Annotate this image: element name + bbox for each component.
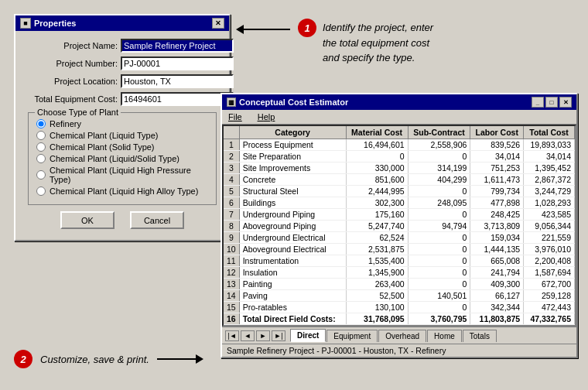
radio-chemical-high-pressure: Chemical Plant (Liquid High Pressure Typ… [36,166,208,184]
status-text: Sample Refinery Project - PJ-00001 - Hou… [227,346,446,355]
dialog-title-bar[interactable]: ■ Properties ✕ [15,15,229,31]
maximize-button[interactable]: □ [545,97,558,108]
properties-dialog: ■ Properties ✕ Project Name: Project Num… [14,14,231,241]
table-row: 11Instrumentation1,535,4000665,0082,200,… [224,255,575,267]
cce-title-text: Conceptual Cost Estimator [239,98,348,107]
total-cell: 3,760,795 [408,313,470,325]
tab-home[interactable]: Home [427,330,462,342]
table-cell: 0 [408,279,470,290]
ok-button[interactable]: OK [60,211,115,229]
menu-help[interactable]: Help [255,111,279,122]
arrow-head-right-icon [196,354,203,364]
step-1-circle: 1 [298,19,316,37]
cce-menubar: File Help [222,110,576,125]
status-bar: Sample Refinery Project - PJ-00001 - Hou… [222,344,576,357]
table-cell: 248,095 [408,197,470,209]
nav-first-button[interactable]: |◄ [225,330,239,341]
col-header-total: Total Cost [524,126,575,139]
table-cell: 423,585 [524,209,575,221]
table-cell: 263,400 [346,279,408,290]
radio-chemical-liquid-solid-input[interactable] [36,154,46,163]
table-row: 9Underground Electrical62,5240159,034221… [224,232,575,244]
project-number-row: Project Number: [25,56,220,70]
cce-close-button[interactable]: ✕ [559,97,572,108]
table-row: 1Process Equipment16,494,6012,558,906839… [224,139,575,151]
nav-next-button[interactable]: ► [256,330,270,341]
radio-chemical-liquid-input[interactable] [36,131,46,140]
table-cell: 4 [224,174,239,186]
tab-totals[interactable]: Totals [463,330,497,342]
radio-chemical-high-alloy: Chemical Plant (Liquid High Alloy Type) [36,186,208,196]
table-cell: 3,713,809 [470,221,524,232]
cce-title-bar[interactable]: ▦ Conceptual Cost Estimator _ □ ✕ [222,94,576,110]
table-cell: 7 [224,209,239,221]
menu-file[interactable]: File [225,111,245,122]
radio-chemical-high-alloy-label: Chemical Plant (Liquid High Alloy Type) [50,186,198,196]
nav-prev-button[interactable]: ◄ [241,330,255,341]
cancel-button[interactable]: Cancel [130,211,184,229]
table-cell: 2 [224,151,239,162]
table-cell: 1,395,452 [524,162,575,174]
tab-overhead[interactable]: Overhead [378,330,426,342]
table-cell: Buildings [239,197,346,209]
table-cell: 409,300 [470,279,524,290]
table-cell: 3,976,010 [524,244,575,255]
groupbox-legend: Choose Type of Plant [35,108,121,117]
table-row: 3Site Improvements330,000314,199751,2531… [224,162,575,174]
project-number-input[interactable] [121,56,234,70]
minimize-button[interactable]: _ [532,97,544,108]
col-header-num [224,126,239,139]
cce-window: ▦ Conceptual Cost Estimator _ □ ✕ File H… [220,93,578,358]
table-cell: Underground Piping [239,209,346,221]
button-row: OK Cancel [25,211,220,229]
radio-chemical-high-alloy-input[interactable] [36,186,46,196]
table-cell: 140,501 [408,290,470,302]
close-button[interactable]: ✕ [212,18,224,29]
radio-chemical-liquid-label: Chemical Plant (Liquid Type) [50,131,158,140]
table-cell: 2,444,995 [346,186,408,197]
table-header-row: Category Material Cost Sub-Contract Labo… [224,126,575,139]
table-row: 5Structural Steel2,444,9950799,7343,244,… [224,186,575,197]
table-cell: 751,253 [470,162,524,174]
dialog-body: Project Name: Project Number: Project Lo… [15,31,229,240]
radio-chemical-solid-label: Chemical Plant (Solid Type) [50,142,155,152]
radio-refinery-input[interactable] [36,119,46,128]
table-cell: 1 [224,139,239,151]
table-cell: 66,127 [470,290,524,302]
radio-chemical-high-pressure-input[interactable] [36,170,46,180]
table-cell: 472,443 [524,302,575,313]
table-cell: 248,425 [470,209,524,221]
table-cell: 8 [224,221,239,232]
project-name-input[interactable] [121,39,234,53]
nav-last-button[interactable]: ►| [272,330,285,341]
table-cell: 0 [408,151,470,162]
table-row: 14Paving52,500140,50166,127259,128 [224,290,575,302]
table-cell: 0 [408,232,470,244]
total-cell: Total Direct Field Costs: [239,313,346,325]
table-cell: Concrete [239,174,346,186]
radio-refinery-label: Refinery [50,119,81,128]
total-equipment-label: Total Equipment Cost: [25,94,118,104]
table-cell: 52,500 [346,290,408,302]
tab-direct[interactable]: Direct [290,329,326,342]
table-cell: Insulation [239,267,346,279]
table-row: 6Buildings302,300248,095477,8981,028,293 [224,197,575,209]
table-cell: 16,494,601 [346,139,408,151]
cce-table-area: Category Material Cost Sub-Contract Labo… [222,125,576,327]
project-location-input[interactable] [121,74,234,88]
table-cell: Paving [239,290,346,302]
total-equipment-input[interactable] [121,92,234,106]
total-cell: 16 [224,313,239,325]
tab-equipment[interactable]: Equipment [326,330,378,342]
table-cell: 9 [224,232,239,244]
table-cell: 6 [224,197,239,209]
annotation-1: 1 Identify the project, enterthe total e… [236,17,433,66]
annotation-2-text: Customize, save & print. [40,352,149,368]
table-cell: 15 [224,302,239,313]
table-cell: Structural Steel [239,186,346,197]
col-header-subcontract: Sub-Contract [408,126,470,139]
table-cell: 1,028,293 [524,197,575,209]
table-cell: 1,444,135 [470,244,524,255]
table-cell: 3,244,729 [524,186,575,197]
radio-chemical-solid-input[interactable] [36,142,46,152]
